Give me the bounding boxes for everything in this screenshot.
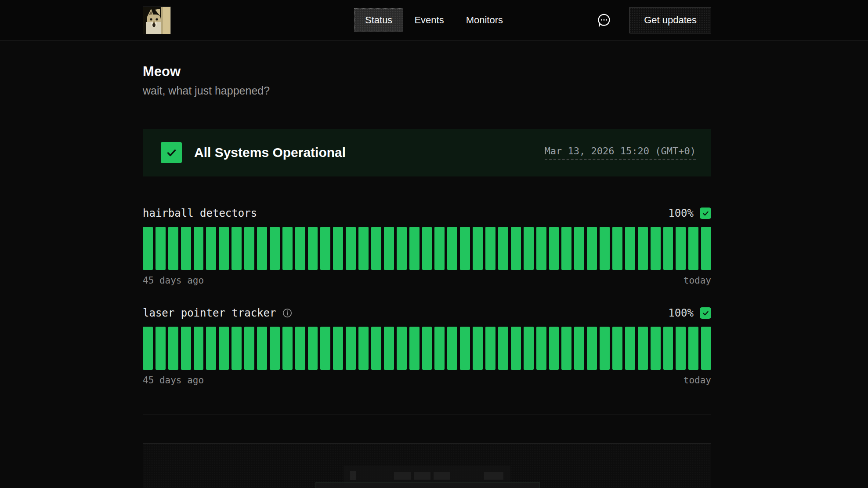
uptime-bar[interactable] xyxy=(181,327,191,370)
uptime-bar[interactable] xyxy=(194,327,204,370)
uptime-bar[interactable] xyxy=(676,327,686,370)
uptime-bar[interactable] xyxy=(270,327,280,370)
uptime-bar[interactable] xyxy=(282,227,293,270)
uptime-bar[interactable] xyxy=(257,327,267,370)
uptime-bar[interactable] xyxy=(447,227,457,270)
uptime-bar[interactable] xyxy=(156,227,166,270)
uptime-bar[interactable] xyxy=(498,227,508,270)
uptime-bar[interactable] xyxy=(244,227,254,270)
uptime-bar[interactable] xyxy=(701,327,711,370)
uptime-bar[interactable] xyxy=(422,227,432,270)
uptime-bar[interactable] xyxy=(561,327,571,370)
header-right: Get updates xyxy=(596,7,711,33)
uptime-bar[interactable] xyxy=(600,327,610,370)
range-start-label: 45 days ago xyxy=(143,375,204,386)
uptime-bar[interactable] xyxy=(181,227,191,270)
uptime-bar[interactable] xyxy=(536,327,546,370)
uptime-bar[interactable] xyxy=(270,227,280,270)
uptime-bar[interactable] xyxy=(257,227,267,270)
uptime-bar[interactable] xyxy=(206,227,216,270)
tab-events[interactable]: Events xyxy=(403,8,455,32)
uptime-bar[interactable] xyxy=(524,227,534,270)
uptime-bar[interactable] xyxy=(358,327,369,370)
uptime-bar[interactable] xyxy=(320,227,330,270)
uptime-bar[interactable] xyxy=(371,227,381,270)
uptime-bar[interactable] xyxy=(676,227,686,270)
uptime-bar[interactable] xyxy=(536,227,546,270)
uptime-bar[interactable] xyxy=(397,227,407,270)
uptime-bar[interactable] xyxy=(244,327,254,370)
uptime-bar[interactable] xyxy=(561,227,571,270)
uptime-bar[interactable] xyxy=(473,327,483,370)
uptime-bar[interactable] xyxy=(574,327,584,370)
uptime-bar[interactable] xyxy=(498,327,508,370)
uptime-bar[interactable] xyxy=(308,327,318,370)
uptime-bar[interactable] xyxy=(701,227,711,270)
uptime-bar[interactable] xyxy=(460,327,470,370)
uptime-bar[interactable] xyxy=(549,227,559,270)
tab-monitors[interactable]: Monitors xyxy=(455,8,514,32)
uptime-bar[interactable] xyxy=(346,227,356,270)
uptime-bar[interactable] xyxy=(663,227,673,270)
uptime-bar[interactable] xyxy=(638,227,648,270)
info-icon[interactable] xyxy=(282,308,293,318)
uptime-bar[interactable] xyxy=(409,227,420,270)
uptime-bar[interactable] xyxy=(638,327,648,370)
uptime-bar[interactable] xyxy=(295,327,305,370)
uptime-bar[interactable] xyxy=(473,227,483,270)
uptime-bar[interactable] xyxy=(625,327,635,370)
uptime-bar[interactable] xyxy=(625,227,635,270)
logo-cat-image[interactable] xyxy=(143,7,171,34)
uptime-bar[interactable] xyxy=(168,227,178,270)
tab-status[interactable]: Status xyxy=(354,8,403,32)
uptime-bar[interactable] xyxy=(320,327,330,370)
uptime-bar[interactable] xyxy=(485,227,495,270)
uptime-bar[interactable] xyxy=(688,327,698,370)
status-timestamp[interactable]: Mar 13, 2026 15:20 (GMT+0) xyxy=(545,146,696,160)
uptime-bar[interactable] xyxy=(156,327,166,370)
uptime-bar[interactable] xyxy=(371,327,381,370)
uptime-bar[interactable] xyxy=(524,327,534,370)
uptime-bar[interactable] xyxy=(422,327,432,370)
uptime-bar[interactable] xyxy=(219,327,229,370)
uptime-bar[interactable] xyxy=(612,327,622,370)
uptime-bar[interactable] xyxy=(384,227,394,270)
uptime-bar[interactable] xyxy=(511,327,521,370)
uptime-bar[interactable] xyxy=(434,227,445,270)
uptime-bar[interactable] xyxy=(434,327,445,370)
uptime-bar[interactable] xyxy=(231,227,242,270)
uptime-bar[interactable] xyxy=(282,327,293,370)
uptime-bar[interactable] xyxy=(447,327,457,370)
uptime-bar[interactable] xyxy=(333,327,343,370)
uptime-bar[interactable] xyxy=(206,327,216,370)
uptime-bar[interactable] xyxy=(219,227,229,270)
uptime-bar[interactable] xyxy=(574,227,584,270)
get-updates-button[interactable]: Get updates xyxy=(629,7,711,33)
uptime-bar[interactable] xyxy=(612,227,622,270)
uptime-bar[interactable] xyxy=(688,227,698,270)
feedback-chat-button[interactable] xyxy=(596,12,612,28)
uptime-bar[interactable] xyxy=(409,327,420,370)
uptime-bar[interactable] xyxy=(549,327,559,370)
uptime-bar[interactable] xyxy=(511,227,521,270)
uptime-bar[interactable] xyxy=(295,227,305,270)
uptime-bar[interactable] xyxy=(663,327,673,370)
uptime-bar[interactable] xyxy=(384,327,394,370)
uptime-bar[interactable] xyxy=(460,227,470,270)
uptime-bar[interactable] xyxy=(194,227,204,270)
uptime-bar[interactable] xyxy=(231,327,242,370)
uptime-bar[interactable] xyxy=(587,227,597,270)
uptime-bar[interactable] xyxy=(397,327,407,370)
uptime-bar[interactable] xyxy=(168,327,178,370)
uptime-bar[interactable] xyxy=(346,327,356,370)
uptime-bar[interactable] xyxy=(651,327,661,370)
uptime-bar[interactable] xyxy=(333,227,343,270)
uptime-bar[interactable] xyxy=(600,227,610,270)
uptime-bar[interactable] xyxy=(485,327,495,370)
uptime-bar[interactable] xyxy=(308,227,318,270)
uptime-bar[interactable] xyxy=(358,227,369,270)
uptime-bar[interactable] xyxy=(587,327,597,370)
uptime-bar[interactable] xyxy=(143,227,153,270)
uptime-bar[interactable] xyxy=(651,227,661,270)
uptime-bar[interactable] xyxy=(143,327,153,370)
